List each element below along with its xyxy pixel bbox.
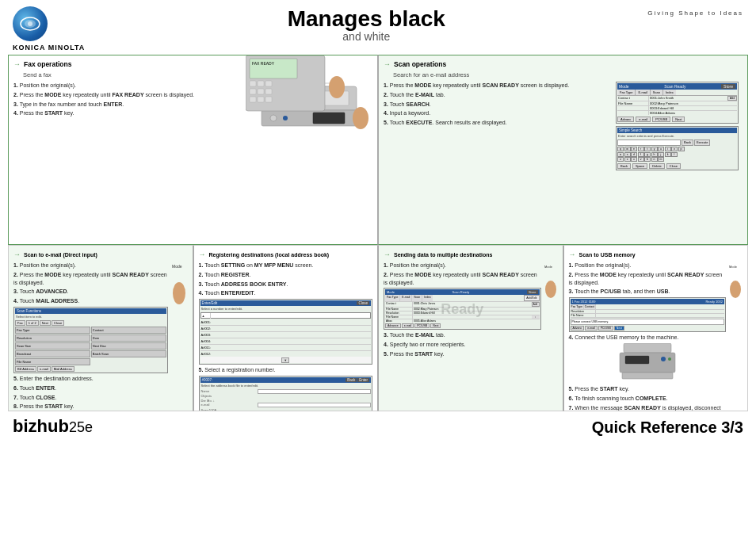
usb-step-4: 4. Connect the USB memory to the machine… — [569, 334, 727, 342]
enter-edit-screen: Enter/Edit Close Select a number to ente… — [199, 299, 373, 365]
svg-point-27 — [173, 282, 185, 304]
register-title: Registering destinations (local address … — [209, 252, 330, 258]
svg-point-8 — [270, 115, 277, 121]
usb-step-3: 3. Touch the PC/USB tab, and then USB. — [569, 288, 727, 296]
header: KONICA MINOLTA Manages black and white G… — [0, 0, 756, 55]
email-arrow-icon: → — [13, 250, 21, 258]
title-area: Manages black and white — [85, 8, 647, 43]
fax-operations-section: → Fax operations Send a fax 1. Position … — [8, 55, 378, 245]
svg-rect-30 — [624, 343, 671, 353]
scan-email-section: → Scan to e-mail (Direct input) 1. Posit… — [8, 245, 193, 411]
fax-step-1: 1. Position the original(s). — [13, 82, 223, 90]
ref-number: 3/3 — [721, 418, 743, 436]
usb-step-2: 2. Press the MODE key repeatedly until S… — [569, 271, 727, 287]
model-number: 25e — [69, 419, 93, 435]
svg-rect-20 — [258, 89, 264, 94]
svg-rect-24 — [265, 97, 272, 102]
ready-label: Ready — [441, 300, 483, 317]
svg-rect-16 — [250, 81, 256, 86]
fax-step-4: 4. Press the START key. — [13, 109, 223, 117]
multi-scan-ready-screen: ModeScan ReadyStore Fax Type E-mail Scan… — [384, 288, 541, 330]
fax-arrow-icon: → — [13, 60, 21, 68]
svg-text:Mode: Mode — [729, 265, 738, 269]
svg-rect-33 — [622, 373, 673, 379]
usb-screen: 1 Fax 2012 0189Ready 1002 Fax Type Conta… — [569, 297, 727, 332]
svg-rect-18 — [265, 81, 272, 86]
register-num-screen: #0007: BackEnter Select the address book… — [199, 376, 373, 411]
svg-rect-22 — [250, 97, 256, 102]
bottom-sections: → Scan to e-mail (Direct input) 1. Posit… — [0, 245, 756, 411]
register-section: → Registering destinations (local addres… — [193, 245, 379, 411]
footer-model: bizhub25e — [13, 416, 93, 437]
email-step-5: 5. Enter the destination address. — [13, 375, 168, 383]
logo-area: KONICA MINOLTA — [13, 6, 85, 52]
svg-point-35 — [668, 357, 671, 361]
usb-step-7: 7. When the message SCAN READY is displa… — [569, 404, 727, 411]
register-step-5: 5. Select a registration number. — [199, 366, 373, 374]
svg-text:Mode: Mode — [172, 264, 182, 269]
svg-rect-32 — [625, 356, 649, 364]
main-title: Manages black — [85, 8, 647, 30]
brand-label: KONICA MINOLTA — [13, 44, 85, 52]
scan-arrow-icon: → — [384, 60, 391, 68]
email-step-4: 4. Touch MAIL ADDRESS. — [13, 297, 168, 305]
svg-rect-17 — [258, 81, 264, 86]
svg-text:Mode: Mode — [544, 265, 553, 269]
multi-dest-section: → Sending data to multiple destinations … — [378, 245, 563, 411]
usb-section: → Scan to USB memory 1. Position the ori… — [563, 245, 749, 411]
email-step-2: 2. Press the MODE key repeatedly until S… — [13, 271, 168, 287]
svg-text:FAX READY: FAX READY — [252, 61, 275, 66]
register-step-2: 2. Touch REGISTER. — [199, 271, 373, 279]
register-step-1: 1. Touch SETTING on MY MFP MENU screen. — [199, 262, 373, 269]
multi-step-1: 1. Position the original(s). — [384, 262, 541, 269]
scan-step-5: 5. Touch EXECUTE. Search results are dis… — [384, 119, 611, 127]
usb-step-1: 1. Position the original(s). — [569, 262, 727, 269]
register-arrow-icon: → — [199, 250, 206, 258]
ref-label: Quick Reference — [592, 418, 717, 436]
scan-simple-search-screen: Simple Search Enter search criteria and … — [616, 126, 739, 170]
email-step-6: 6. Touch ENTER. — [13, 384, 168, 392]
multi-step-3: 3. Touch the E-MAIL tab. — [384, 331, 541, 339]
usb-step-5: 5. Press the START key. — [569, 385, 727, 393]
usb-arrow-icon: → — [569, 250, 576, 258]
multi-arrow-icon: → — [384, 250, 391, 258]
scan-step-1: 1. Press the MODE key repeatedly until S… — [384, 82, 611, 90]
scan-operations-section: → Scan operations Search for an e-mail a… — [378, 55, 748, 245]
scan-title: Scan operations — [394, 60, 446, 68]
svg-rect-19 — [250, 89, 256, 94]
scan-ready-screen-top: ModeScan ReadyStore Fax Type E-mail Scan… — [616, 82, 739, 124]
logo-circle — [13, 6, 48, 41]
svg-point-29 — [545, 281, 556, 298]
multi-title: Sending data to multiple destinations — [394, 252, 492, 258]
footer: bizhub25e Quick Reference 3/3 — [0, 413, 756, 441]
svg-point-2 — [28, 21, 32, 26]
email-section-title: Scan to e-mail (Direct input) — [24, 252, 97, 258]
multi-step-2: 2. Press the MODE key repeatedly until S… — [384, 271, 541, 287]
scan-step-4: 4. Input a keyword. — [384, 109, 611, 117]
scan-subtitle: Search for an e-mail address — [393, 71, 743, 78]
svg-point-25 — [329, 76, 345, 98]
svg-point-34 — [661, 357, 666, 361]
email-step-3: 3. Touch ADVANCED. — [13, 288, 168, 296]
register-step-4: 4. Touch ENTER/EDIT. — [199, 289, 373, 297]
register-step-3: 3. Touch ADDRESS BOOK ENTRY. — [199, 281, 373, 289]
email-step-1: 1. Position the original(s). — [13, 262, 168, 269]
svg-rect-23 — [258, 97, 264, 102]
fax-step-2: 2. Press the MODE key repeatedly until F… — [13, 91, 223, 99]
usb-title: Scan to USB memory — [579, 252, 636, 258]
email-step-7: 7. Touch CLOSE. — [13, 394, 168, 402]
multi-step-5: 5. Press the START key. — [384, 350, 541, 358]
multi-step-4: 4. Specify two or more recipients. — [384, 341, 541, 349]
scan-step-3: 3. Touch SEARCH. — [384, 101, 611, 109]
tagline: Giving Shape to Ideas — [647, 10, 743, 17]
sub-title: and white — [85, 30, 647, 43]
footer-ref: Quick Reference 3/3 — [592, 418, 743, 437]
svg-point-9 — [283, 116, 288, 120]
fax-title: Fax operations — [24, 60, 71, 68]
fax-step-3: 3. Type in the fax number and touch ENTE… — [13, 101, 223, 109]
usb-step-6: 6. To finish scanning touch COMPLETE. — [569, 395, 727, 403]
svg-rect-21 — [265, 89, 272, 94]
email-step-8: 8. Press the START key. — [13, 403, 168, 411]
model-name: bizhub — [13, 416, 69, 436]
scan-step-2: 2. Touch the E-MAIL tab. — [384, 91, 611, 99]
